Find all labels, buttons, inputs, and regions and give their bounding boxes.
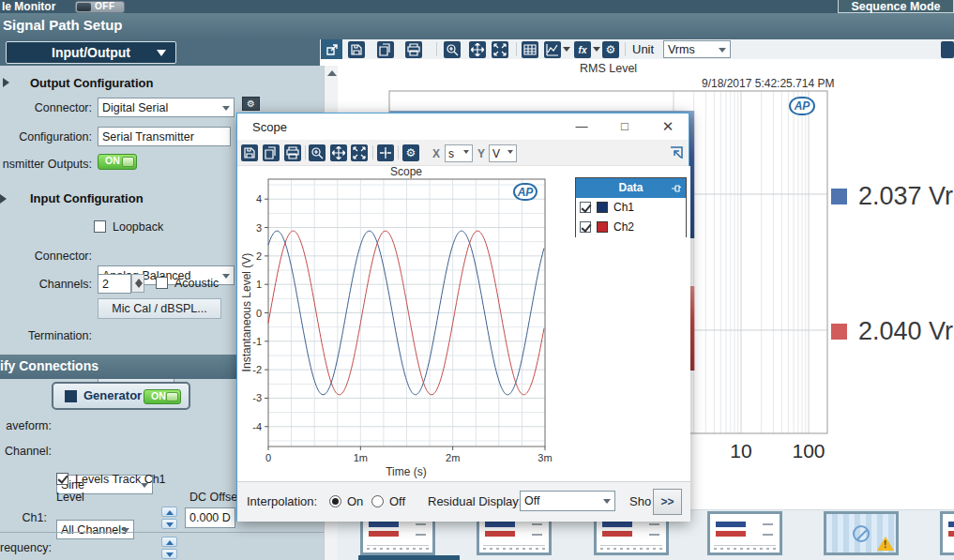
ch2-color-swatch xyxy=(597,221,608,233)
ch1-visible-checkbox[interactable] xyxy=(580,202,591,213)
pin-icon[interactable] xyxy=(671,183,682,194)
configuration-label: Configuration: xyxy=(0,130,92,144)
svg-text:1m: 1m xyxy=(354,452,368,463)
toolbar-separator xyxy=(398,145,399,159)
toggle-on-label: ON xyxy=(105,155,120,166)
verify-connections-header: ify Connections xyxy=(0,358,98,373)
interpolation-off-radio[interactable] xyxy=(371,495,384,507)
svg-text:100: 100 xyxy=(792,440,825,462)
svg-text:10: 10 xyxy=(730,440,751,462)
settings-gear-icon[interactable]: ⚙ xyxy=(402,144,419,161)
interpolation-on-radio[interactable] xyxy=(329,495,341,507)
thumbnail-result-partial[interactable] xyxy=(940,511,954,555)
dock-graph-icon[interactable] xyxy=(669,145,684,164)
thumbnail-no-signal-warning[interactable] xyxy=(824,511,899,555)
dock-panel-icon[interactable] xyxy=(941,41,954,58)
copy-icon[interactable] xyxy=(263,144,280,161)
toggle-on-label: ON xyxy=(151,390,166,401)
legend-swatch-ch1 xyxy=(831,189,847,204)
sequence-mode-button[interactable]: Sequence Mode xyxy=(838,0,954,13)
scope-window-title: Scope xyxy=(252,120,287,134)
pan-icon[interactable] xyxy=(469,41,486,58)
fx-dropdown-chevron-icon[interactable] xyxy=(593,47,600,52)
scope-data-panel: Data Ch1 Ch2 xyxy=(575,177,687,237)
channels-spinner[interactable] xyxy=(131,274,144,293)
legend-value-ch1: 2.037 Vrms xyxy=(858,182,954,211)
data-channel-row[interactable]: Ch1 xyxy=(576,198,686,218)
x-unit-select[interactable]: s xyxy=(445,144,473,162)
zoom-icon[interactable] xyxy=(309,144,326,161)
data-panel-header[interactable]: Data xyxy=(576,178,686,198)
thumbnail-selection-indicator xyxy=(358,555,460,560)
acoustic-label: Acoustic xyxy=(174,277,219,290)
svg-text:-3: -3 xyxy=(252,392,262,403)
generator-channel-select[interactable]: All Channels xyxy=(56,520,134,539)
generator-stop-icon xyxy=(65,390,77,402)
dc-offset-input[interactable]: 0.000 D xyxy=(185,507,235,528)
levels-track-ch1-checkbox[interactable] xyxy=(56,473,68,485)
mic-cal-button[interactable]: Mic Cal / dBSPL... xyxy=(98,298,221,319)
scope-plot-title: Scope xyxy=(390,166,422,178)
close-button[interactable]: ✕ xyxy=(653,114,683,140)
configuration-input[interactable]: Serial Transmitter xyxy=(98,127,231,146)
generator-channel-value: All Channels xyxy=(61,523,127,537)
generator-button[interactable]: Generator ON xyxy=(52,382,190,410)
connector-settings-icon[interactable]: ⚙ xyxy=(242,97,260,111)
transmitter-outputs-toggle[interactable]: ON xyxy=(98,154,137,170)
nav-row: Input/Output xyxy=(0,39,320,66)
ch1-color-swatch xyxy=(597,202,608,213)
toolbar-separator xyxy=(516,42,517,56)
save-icon[interactable] xyxy=(241,144,258,161)
copy-icon[interactable] xyxy=(377,41,394,58)
svg-text:2: 2 xyxy=(256,250,262,262)
print-icon[interactable] xyxy=(284,144,301,161)
chevron-down-icon xyxy=(463,150,469,154)
transmitter-outputs-label: nsmitter Outputs: xyxy=(0,158,92,171)
scope-footer-bar: Interpolation: On Off Residual Display: … xyxy=(237,481,690,522)
print-icon[interactable] xyxy=(405,41,422,58)
pan-icon[interactable] xyxy=(330,144,347,161)
page-title: Signal Path Setup xyxy=(3,17,123,33)
unit-select[interactable]: Vrms xyxy=(663,40,731,58)
thumbnail-result[interactable] xyxy=(707,511,782,555)
output-connector-label: Connector: xyxy=(0,101,92,114)
graph-view-icon[interactable] xyxy=(544,41,561,58)
svg-text:4: 4 xyxy=(256,193,262,204)
svg-text:0: 0 xyxy=(256,308,262,319)
minimize-button[interactable]: ― xyxy=(567,114,597,140)
ap-logo: AP xyxy=(789,97,815,115)
graph-dropdown-chevron-icon[interactable] xyxy=(563,47,570,52)
input-output-dropdown-button[interactable]: Input/Output xyxy=(6,41,176,64)
table-view-icon[interactable] xyxy=(522,41,538,58)
ch2-visible-checkbox[interactable] xyxy=(580,221,591,233)
collapse-arrow-icon[interactable] xyxy=(0,194,7,204)
channels-label: Channels: xyxy=(0,278,92,291)
fit-graph-icon[interactable] xyxy=(351,144,368,161)
data-channel-row[interactable]: Ch2 xyxy=(576,218,686,237)
scroll-up-icon[interactable] xyxy=(327,70,337,76)
loopback-checkbox[interactable] xyxy=(94,220,106,233)
toolbar-separator xyxy=(372,145,373,159)
acoustic-checkbox[interactable] xyxy=(156,277,168,289)
show-more-button[interactable]: >> xyxy=(653,489,682,515)
generator-on-toggle[interactable]: ON xyxy=(144,389,181,404)
chevron-down-icon xyxy=(507,150,513,154)
monitor-off-toggle[interactable]: OFF xyxy=(75,1,125,13)
channels-input[interactable]: 2 xyxy=(98,274,131,294)
zoom-icon[interactable] xyxy=(444,41,461,58)
y-unit-select[interactable]: V xyxy=(489,144,517,162)
frequency-spinner[interactable] xyxy=(161,537,177,559)
settings-gear-icon[interactable]: ⚙ xyxy=(602,41,619,58)
collapse-arrow-icon[interactable] xyxy=(3,78,9,87)
fx-derived-result-icon[interactable]: fx xyxy=(574,41,591,58)
unit-value: Vrms xyxy=(668,43,695,56)
save-icon[interactable] xyxy=(348,41,365,58)
output-connector-select[interactable]: Digital Serial xyxy=(98,98,235,117)
fit-graph-icon[interactable] xyxy=(492,41,508,58)
scope-titlebar[interactable]: Scope ― □ ✕ xyxy=(237,114,689,140)
cursors-icon[interactable] xyxy=(377,144,394,161)
popout-window-icon[interactable] xyxy=(321,39,342,59)
maximize-button[interactable]: □ xyxy=(610,114,640,140)
ch1-level-spinner[interactable] xyxy=(161,507,177,529)
residual-display-select[interactable]: Off xyxy=(520,491,615,511)
